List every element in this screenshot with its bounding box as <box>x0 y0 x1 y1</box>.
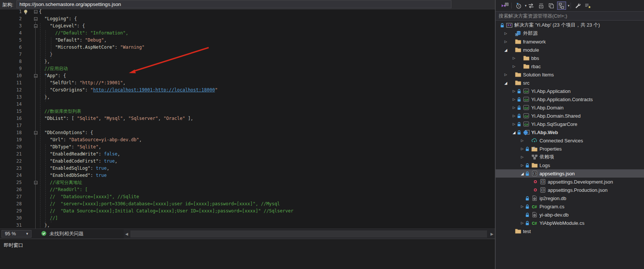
code-line[interactable]: 27 // "DataSource=[xxxx]", //Sqlite <box>0 193 495 200</box>
code-line[interactable]: 10– "App": { <box>0 72 495 79</box>
code-line[interactable]: 19 "Url": "DataSource=yi-abp-dev.db", <box>0 136 495 143</box>
tree-item[interactable]: {}appsettings.Development.json <box>496 178 644 186</box>
collapse-arrow-icon[interactable]: ◢ <box>511 130 517 134</box>
tree-item[interactable]: ◢{}appsettings.json <box>496 169 644 178</box>
search-input[interactable] <box>496 12 644 20</box>
fold-collapse-icon[interactable]: – <box>33 72 39 79</box>
fold-collapse-icon[interactable]: – <box>33 179 39 186</box>
code-line[interactable]: 28 // "server=[xxxx];port=3306;database=… <box>0 200 495 208</box>
code-line[interactable]: 15 //数据库类型列表 <box>0 108 495 115</box>
tree-item[interactable]: ▷依赖项 <box>496 153 644 161</box>
expand-arrow-icon[interactable]: ▷ <box>511 114 517 118</box>
tree-item[interactable]: ▷rbac <box>496 62 644 70</box>
expand-arrow-icon[interactable]: ▷ <box>503 31 509 35</box>
tree-item[interactable]: ◢Yi.Abp.Web <box>496 128 644 136</box>
tree-item[interactable]: ▷framework <box>496 37 644 46</box>
tree-item[interactable]: ▷C#Yi.Abp.SqlSugarCore <box>496 120 644 128</box>
fold-collapse-icon[interactable]: – <box>33 22 39 30</box>
horizontal-scrollbar[interactable]: ◀ ▶ <box>124 229 495 239</box>
code-line[interactable]: 18– "DbConnOptions": { <box>0 129 495 136</box>
code-line[interactable]: 16 "DbList": [ "Sqlite", "Mysql", "Sqlse… <box>0 115 495 122</box>
properties-button[interactable] <box>573 1 582 10</box>
pending-changes-filter-button[interactable] <box>514 1 523 10</box>
expand-arrow-icon[interactable]: ▷ <box>519 221 525 225</box>
expand-arrow-icon[interactable]: ▷ <box>511 97 517 101</box>
code-line[interactable]: 7 } <box>0 51 495 58</box>
expand-arrow-icon[interactable]: ▷ <box>519 139 525 142</box>
tree-item[interactable]: ▷C#Yi.Abp.Domain <box>496 103 644 112</box>
lightbulb-icon[interactable] <box>22 8 33 15</box>
code-line[interactable]: 20 "DbType": "Sqlite", <box>0 143 495 151</box>
code-line[interactable]: 23 "EnabledSqlLog": true, <box>0 165 495 172</box>
tree-item[interactable]: ◢module <box>496 46 644 54</box>
fold-collapse-icon[interactable]: – <box>33 129 39 136</box>
tree-item[interactable]: ▷C#Yi.Abp.Domain.Shared <box>496 112 644 120</box>
fold-collapse-icon[interactable]: – <box>33 15 39 22</box>
tree-item[interactable]: yi-abp-dev.db <box>496 211 644 219</box>
fold-collapse-icon[interactable]: – <box>33 8 39 15</box>
code-line[interactable]: 17 <box>0 122 495 129</box>
preview-selected-items-button[interactable] <box>547 1 556 10</box>
code-line[interactable]: 13 }, <box>0 94 495 101</box>
code-line[interactable]: 5 "Default": "Debug", <box>0 37 495 44</box>
scrollbar-thumb[interactable] <box>130 230 487 238</box>
code-line[interactable]: 8 }, <box>0 58 495 65</box>
tree-item[interactable]: ▷C#Yi.Abp.Application <box>496 87 644 95</box>
code-line[interactable]: 6 "Microsoft.AspNetCore": "Warning" <box>0 44 495 51</box>
document-health-indicator[interactable]: 未找到相关问题 <box>41 230 84 237</box>
sync-with-active-document-button[interactable] <box>527 1 536 10</box>
tree-item[interactable]: {}appsettings.Production.json <box>496 186 644 194</box>
tree-item[interactable]: test <box>496 227 644 235</box>
tree-item[interactable]: ip2region.db <box>496 194 644 202</box>
tree-item[interactable]: ◢src <box>496 79 644 87</box>
tree-item[interactable]: ▷Properties <box>496 145 644 153</box>
file-nesting-button[interactable] <box>557 1 566 10</box>
code-line[interactable]: 9 //应用启动 <box>0 65 495 72</box>
tree-item[interactable]: ▷bbs <box>496 54 644 62</box>
expand-arrow-icon[interactable]: ▷ <box>511 106 517 109</box>
collapse-arrow-icon[interactable]: ◢ <box>519 172 525 176</box>
expand-arrow-icon[interactable]: ▷ <box>519 205 525 208</box>
expand-arrow-icon[interactable]: ▷ <box>511 56 517 60</box>
expand-arrow-icon[interactable]: ▷ <box>511 122 517 126</box>
immediate-window-title[interactable]: 即时窗口 <box>4 242 23 249</box>
code-area[interactable]: 1–{2– "Logging": {3– "LogLevel": {4 //"D… <box>0 8 495 229</box>
code-line[interactable]: 2– "Logging": { <box>0 15 495 22</box>
tree-item[interactable]: ▷Solution Items <box>496 70 644 79</box>
code-line[interactable]: 30 //] <box>0 215 495 222</box>
tree-item[interactable]: ▷Logs <box>496 161 644 169</box>
expand-arrow-icon[interactable]: ▷ <box>511 64 517 68</box>
preview-window-button[interactable] <box>583 1 592 10</box>
code-line[interactable]: 3– "LogLevel": { <box>0 22 495 30</box>
scroll-left-icon[interactable]: ◀ <box>124 229 130 239</box>
collapse-arrow-icon[interactable]: ◢ <box>503 48 509 52</box>
expand-arrow-icon[interactable]: ▷ <box>503 40 509 43</box>
code-line[interactable]: 22 "EnabledCodeFirst": true, <box>0 158 495 165</box>
code-line[interactable]: 11 "SelfUrl": "http://*:19001", <box>0 79 495 87</box>
expand-arrow-icon[interactable]: ▷ <box>503 73 509 76</box>
tree-item[interactable]: ▷C#Program.cs <box>496 202 644 211</box>
tree-item[interactable]: ▷C#YiAbpWebModule.cs <box>496 219 644 227</box>
scroll-right-icon[interactable]: ▶ <box>489 229 495 239</box>
code-line[interactable]: 1–{ <box>0 8 495 15</box>
code-line[interactable]: 4 //"Default": "Information", <box>0 30 495 37</box>
code-line[interactable]: 24 "EnabledDbSeed": true <box>0 172 495 179</box>
expand-arrow-icon[interactable]: ▷ <box>519 147 525 151</box>
switch-views-button[interactable] <box>500 1 509 10</box>
chevron-down-icon[interactable]: ▾ <box>568 4 570 7</box>
code-line[interactable]: 25– //读写分离地址 <box>0 179 495 186</box>
code-line[interactable]: 31 }, <box>0 222 495 229</box>
code-line[interactable]: 26 //"ReadUrl": [ <box>0 186 495 193</box>
tree-item[interactable]: ▷外部源 <box>496 29 644 37</box>
schema-url-combobox[interactable]: https://json.schemastore.org/appsettings… <box>16 0 451 8</box>
code-line[interactable]: 21 "EnabledReadWrite": false, <box>0 151 495 158</box>
zoom-level-combobox[interactable]: 95 % ▼ <box>1 230 31 238</box>
tree-item[interactable]: ▷C#Yi.Abp.Application.Contracts <box>496 95 644 103</box>
expand-arrow-icon[interactable]: ▷ <box>519 163 525 167</box>
tree-item[interactable]: ▷Connected Services <box>496 136 644 145</box>
code-line[interactable]: 29 // "Data Source=[xxxx];Initial Catalo… <box>0 208 495 215</box>
code-line[interactable]: 14 <box>0 101 495 108</box>
code-line[interactable]: 12 "CorsOrigins": "http://localhost:1900… <box>0 87 495 94</box>
collapse-all-button[interactable] <box>537 1 546 10</box>
tree-item[interactable]: 解决方案 'Yi.Abp' (23 个项目，共 23 个) <box>496 21 644 29</box>
